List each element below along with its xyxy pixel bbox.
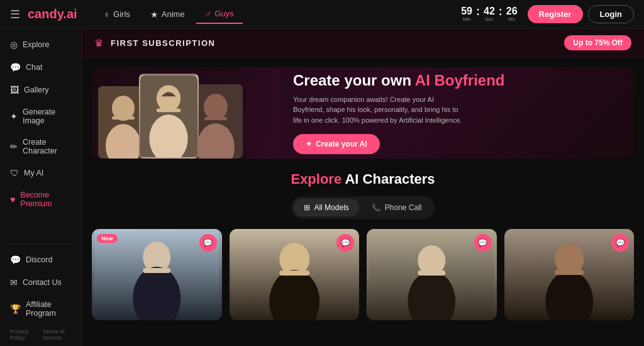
chat-icon: 💬 (10, 62, 21, 72)
svg-rect-7 (157, 109, 180, 113)
nav-tabs: ♀ Girls ★ Anime ♂ Guys (95, 5, 243, 24)
character-card-1: New 💬 (92, 229, 222, 320)
discord-icon: 💬 (10, 255, 21, 265)
terms-of-service-link[interactable]: Terms of Service (43, 328, 71, 341)
hero-images (92, 67, 287, 159)
promo-text: FIRST SUBSCRIPTION (111, 38, 215, 48)
sidebar-item-create-character[interactable]: ✏ Create Character (4, 132, 77, 161)
hero-fade (243, 67, 280, 159)
create-ai-icon: ✦ (306, 140, 312, 148)
timer-sep-1: : (476, 5, 480, 18)
promo-banner: ♛ FIRST SUBSCRIPTION Up to 75% Off (82, 29, 644, 57)
contact-icon: ✉ (10, 277, 18, 287)
character-card-4: 💬 (504, 229, 635, 320)
explore-title: Explore AI Characters (92, 171, 634, 187)
svg-point-9 (204, 94, 228, 120)
phone-icon: 📞 (372, 203, 381, 212)
login-button[interactable]: Login (588, 5, 634, 23)
affiliate-icon: 🏆 (10, 304, 21, 314)
crown-icon: ♛ (94, 37, 103, 49)
gallery-icon: 🖼 (10, 85, 19, 95)
svg-rect-11 (204, 117, 227, 120)
privacy-policy-link[interactable]: Privacy Policy (10, 328, 34, 341)
footer-links: Privacy Policy · Terms of Service (4, 325, 77, 341)
chat-button-4[interactable]: 💬 (611, 234, 629, 252)
explore-icon: ◎ (10, 40, 18, 50)
all-models-icon: ⊞ (304, 203, 310, 212)
main-content: ♛ FIRST SUBSCRIPTION Up to 75% Off (82, 29, 644, 346)
character-card-3: 💬 (367, 229, 497, 320)
explore-section: Explore AI Characters ⊞ All Models 📞 Pho… (82, 159, 644, 229)
timer-sep-2: : (499, 5, 502, 18)
hero-person-2 (139, 74, 199, 159)
svg-rect-3 (112, 116, 135, 120)
sidebar-item-discord[interactable]: 💬 Discord (4, 249, 77, 271)
svg-point-5 (157, 85, 180, 111)
create-character-icon: ✏ (10, 142, 18, 152)
premium-icon: ♥ (10, 194, 15, 204)
logo[interactable]: candy.ai (28, 7, 77, 21)
svg-rect-24 (418, 271, 445, 276)
countdown-timer: 59 Min : 42 Sec : 26 Ms (461, 5, 517, 23)
promo-badge: Up to 75% Off (564, 35, 631, 50)
character-card-2: 💬 (230, 229, 360, 320)
hero-banner: Create your own AI Boyfriend Your dream … (92, 67, 634, 159)
tab-guys[interactable]: ♂ Guys (196, 5, 243, 24)
timer-minutes: 59 Min (461, 6, 472, 22)
sidebar: ◎ Explore 💬 Chat 🖼 Gallery ✦ Generate Im… (0, 29, 82, 346)
svg-rect-28 (555, 270, 584, 275)
chat-button-2[interactable]: 💬 (336, 234, 354, 252)
sidebar-item-affiliate[interactable]: 🏆 Affiliate Program (4, 294, 77, 323)
girls-icon: ♀ (104, 9, 111, 20)
timer-ms: 26 Ms (506, 6, 518, 22)
chat-button-3[interactable]: 💬 (474, 234, 492, 252)
register-button[interactable]: Register (528, 5, 583, 23)
sidebar-item-contact-us[interactable]: ✉ Contact Us (4, 272, 77, 293)
anime-icon: ★ (150, 9, 158, 20)
sidebar-item-become-premium[interactable]: ♥ Become Premium (4, 185, 77, 214)
sidebar-item-my-ai[interactable]: 🛡 My AI (4, 162, 77, 184)
sidebar-item-generate-image[interactable]: ✦ Generate Image (4, 102, 77, 131)
new-badge-1: New (97, 234, 118, 243)
svg-rect-20 (279, 271, 309, 276)
tab-anime[interactable]: ★ Anime (142, 6, 194, 23)
chat-button-1[interactable]: 💬 (199, 234, 217, 252)
sidebar-bottom: 💬 Discord ✉ Contact Us 🏆 Affiliate Progr… (4, 243, 77, 341)
timer-seconds: 42 Sec (484, 6, 495, 22)
filter-tabs: ⊞ All Models 📞 Phone Call (291, 196, 434, 219)
character-cards: New 💬 💬 (82, 229, 644, 320)
hero-content: Create your own AI Boyfriend Your dream … (287, 72, 634, 154)
header: ☰ candy.ai ♀ Girls ★ Anime ♂ Guys 59 Min… (0, 0, 644, 29)
generate-image-icon: ✦ (10, 111, 18, 121)
filter-tab-all-models[interactable]: ⊞ All Models (294, 199, 358, 216)
sidebar-item-explore[interactable]: ◎ Explore (4, 34, 77, 55)
tab-girls[interactable]: ♀ Girls (95, 6, 139, 23)
create-ai-button[interactable]: ✦ Create your AI (293, 134, 380, 154)
my-ai-icon: 🛡 (10, 168, 19, 178)
sidebar-item-chat[interactable]: 💬 Chat (4, 57, 77, 78)
svg-rect-16 (143, 268, 170, 273)
filter-tab-phone-call[interactable]: 📞 Phone Call (362, 199, 432, 216)
sidebar-item-gallery[interactable]: 🖼 Gallery (4, 79, 77, 101)
guys-icon: ♂ (205, 9, 212, 19)
hero-description: Your dream companion awaits! Create your… (293, 94, 463, 126)
menu-icon[interactable]: ☰ (10, 8, 20, 21)
hero-title: Create your own AI Boyfriend (293, 72, 619, 89)
